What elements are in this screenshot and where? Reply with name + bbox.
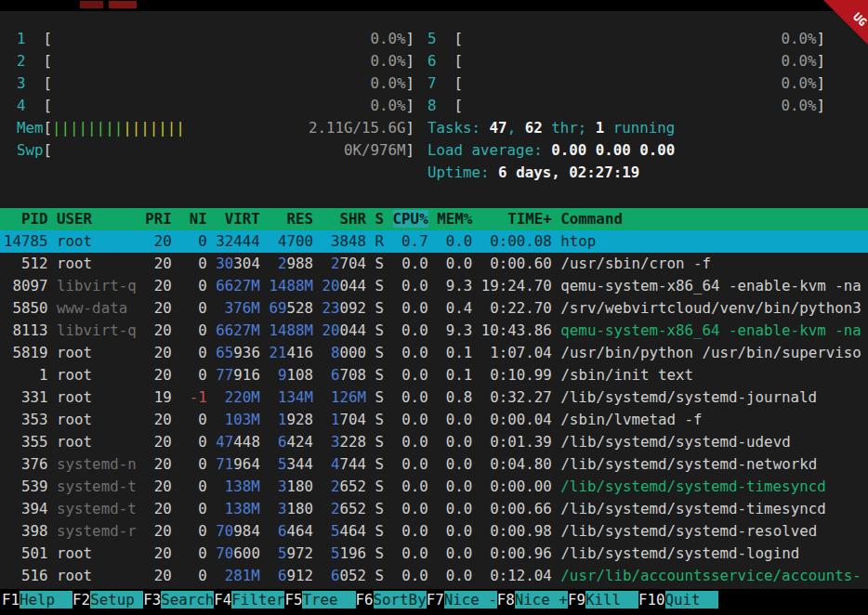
cpu2-meter: 2 [ 0.0%] bbox=[17, 50, 414, 72]
cell-cmd: /srv/webvirtcloud/venv/bin/python3 bbox=[560, 299, 861, 317]
cell-cpu: 0.0 bbox=[393, 299, 428, 317]
fkey-f4-filter[interactable]: F4Filter bbox=[214, 591, 284, 608]
fkey-f2-setup[interactable]: F2Setup bbox=[72, 591, 143, 608]
fkey-f8-nice+[interactable]: F8Nice + bbox=[497, 591, 568, 608]
cell-shr-low: 464 bbox=[340, 522, 367, 540]
cell-user: libvirt-q bbox=[57, 277, 137, 294]
memory-bar-cache: ||||||| bbox=[123, 119, 185, 137]
cell-shr-low: 704 bbox=[340, 255, 367, 272]
uptime-value: 6 days, 02:27:19 bbox=[498, 164, 639, 181]
column-header-time[interactable]: TIME+ bbox=[481, 210, 552, 228]
cell-s: S bbox=[375, 522, 385, 540]
cpu3-meter: 3 [ 0.0%] bbox=[17, 72, 414, 95]
cell-virt: 70 bbox=[216, 522, 233, 540]
fkey-label: Quit bbox=[665, 591, 718, 608]
cell-pri: 20 bbox=[145, 455, 172, 473]
fkey-label: Nice - bbox=[444, 591, 497, 608]
cell-res: 2 bbox=[269, 255, 286, 272]
cell-user: root bbox=[57, 344, 137, 361]
meter-close-bracket: ] bbox=[405, 141, 414, 159]
process-table-body: 14785 root 20 0 32444 4700 3848 R 0.7 0.… bbox=[0, 230, 868, 587]
column-header-s[interactable]: S bbox=[375, 210, 385, 228]
cell-res-low: 416 bbox=[286, 344, 313, 361]
htop-terminal-screen: UG 1 [ 0.0%]2 [ 0.0%]3 [ 0.0%]4 [ 0.0%]M… bbox=[0, 0, 868, 615]
cell-virt: 70 bbox=[216, 544, 233, 562]
cell-ni: 0 bbox=[180, 344, 207, 361]
column-header-pri[interactable]: PRI bbox=[145, 210, 172, 228]
process-row[interactable]: 5819 root 20 0 65936 21416 8000 S 0.0 0.… bbox=[0, 342, 868, 364]
process-row[interactable]: 394 systemd-t 20 0 138M 3180 2652 S 0.0 … bbox=[0, 498, 868, 520]
tasks-summary-label: running bbox=[604, 119, 675, 137]
cell-res: 1488M bbox=[269, 277, 313, 294]
cell-shr-low: 092 bbox=[340, 299, 367, 317]
column-header-res[interactable]: RES bbox=[269, 210, 313, 228]
process-row[interactable]: 539 systemd-t 20 0 138M 3180 2652 S 0.0 … bbox=[0, 476, 868, 498]
cell-shr-low: 708 bbox=[340, 366, 367, 384]
cell-mem: 0.0 bbox=[437, 433, 472, 451]
fkey-f9-kill[interactable]: F9Kill bbox=[568, 591, 638, 608]
uptime: Uptime: 6 days, 02:27:19 bbox=[427, 162, 825, 184]
process-table-header[interactable]: PID USER PRI NI VIRT RES SHR S CPU% MEM%… bbox=[0, 208, 868, 230]
cell-virt-low: 304 bbox=[233, 255, 260, 272]
column-header-pid[interactable]: PID bbox=[4, 210, 48, 228]
cell-shr-low: 704 bbox=[340, 411, 367, 428]
column-header-user[interactable]: USER bbox=[57, 210, 137, 228]
column-header-virt[interactable]: VIRT bbox=[216, 210, 260, 228]
cell-cpu: 0.0 bbox=[393, 522, 428, 540]
cell-pid: 376 bbox=[4, 455, 48, 473]
fkey-f6-sortby[interactable]: F6SortBy bbox=[356, 591, 427, 608]
fkey-f3-search[interactable]: F3Search bbox=[143, 591, 214, 608]
fkey-f5-tree[interactable]: F5Tree bbox=[284, 591, 355, 608]
process-row[interactable]: 398 systemd-r 20 0 70984 6464 5464 S 0.0… bbox=[0, 520, 868, 543]
process-row[interactable]: 8113 libvirt-q 20 0 6627M 1488M 20044 S … bbox=[0, 320, 868, 342]
fkey-f10-quit[interactable]: F10Quit bbox=[638, 591, 718, 608]
load-average-value: 0.00 bbox=[551, 141, 596, 159]
cell-s: S bbox=[375, 321, 385, 339]
cell-ni: 0 bbox=[180, 411, 207, 428]
process-row[interactable]: 14785 root 20 0 32444 4700 3848 R 0.7 0.… bbox=[0, 230, 868, 253]
fkey-f1-help[interactable]: F1Help bbox=[2, 591, 72, 608]
cell-virt-low: 916 bbox=[233, 366, 260, 384]
fkey-number: F1 bbox=[2, 591, 20, 608]
column-header-ni[interactable]: NI bbox=[180, 210, 207, 228]
process-row[interactable]: 355 root 20 0 47448 6424 3228 S 0.0 0.0 … bbox=[0, 431, 868, 453]
cell-user: www-data bbox=[57, 299, 137, 317]
column-header-command[interactable]: Command bbox=[560, 210, 623, 228]
cell-pid: 355 bbox=[4, 433, 48, 451]
meter-close-bracket: ] bbox=[405, 74, 414, 92]
cell-shr-low: 652 bbox=[340, 500, 367, 517]
process-table: PID USER PRI NI VIRT RES SHR S CPU% MEM%… bbox=[0, 208, 868, 587]
memory-meter-value: 2.11G/15.6G bbox=[185, 119, 406, 137]
process-row[interactable]: 376 systemd-n 20 0 71964 5344 4744 S 0.0… bbox=[0, 453, 868, 476]
cell-res: 3 bbox=[269, 500, 286, 517]
process-row[interactable]: 512 root 20 0 30304 2988 2704 S 0.0 0.0 … bbox=[0, 253, 868, 275]
meters-left-column: 1 [ 0.0%]2 [ 0.0%]3 [ 0.0%]4 [ 0.0%]Mem[… bbox=[17, 28, 414, 184]
cell-mem: 0.0 bbox=[437, 544, 472, 562]
cell-res: 6 bbox=[269, 567, 286, 584]
tasks-summary-label: thr; bbox=[543, 119, 596, 137]
process-row[interactable]: 353 root 20 0 103M 1928 1704 S 0.0 0.0 0… bbox=[0, 409, 868, 431]
meter-open-bracket: [ bbox=[44, 141, 53, 159]
fkey-label: Search bbox=[161, 591, 214, 608]
fkey-number: F3 bbox=[143, 591, 161, 608]
column-header-mem[interactable]: MEM% bbox=[437, 210, 472, 228]
cell-s: S bbox=[375, 500, 385, 517]
process-row[interactable]: 516 root 20 0 281M 6912 6052 S 0.0 0.0 0… bbox=[0, 565, 868, 587]
column-header-shr[interactable]: SHR bbox=[322, 210, 366, 228]
process-row[interactable]: 501 root 20 0 70600 5972 5196 S 0.0 0.0 … bbox=[0, 543, 868, 565]
process-row[interactable]: 5850 www-data 20 0 376M 69528 23092 S 0.… bbox=[0, 297, 868, 320]
fkey-f7-nice[interactable]: F7Nice - bbox=[427, 591, 497, 608]
fkey-number: F9 bbox=[568, 591, 585, 608]
cell-virt: 281M bbox=[216, 567, 260, 584]
cell-pid: 331 bbox=[4, 388, 48, 406]
column-header-cpu[interactable]: CPU% bbox=[393, 210, 428, 228]
memory-meter: Mem[||||||||||||||| 2.11G/15.6G] bbox=[17, 117, 414, 139]
process-row[interactable]: 331 root 19 -1 220M 134M 126M S 0.0 0.8 … bbox=[0, 386, 868, 409]
cell-user: systemd-r bbox=[57, 522, 137, 540]
cpu-meter-value: 0.0% bbox=[463, 74, 816, 92]
cpu4-meter: 4 [ 0.0%] bbox=[17, 95, 414, 117]
process-row[interactable]: 1 root 20 0 77916 9108 6708 S 0.0 0.1 0:… bbox=[0, 364, 868, 386]
meter-close-bracket: ] bbox=[817, 97, 826, 114]
process-row[interactable]: 8097 libvirt-q 20 0 6627M 1488M 20044 S … bbox=[0, 275, 868, 297]
cell-cpu: 0.0 bbox=[393, 255, 428, 272]
